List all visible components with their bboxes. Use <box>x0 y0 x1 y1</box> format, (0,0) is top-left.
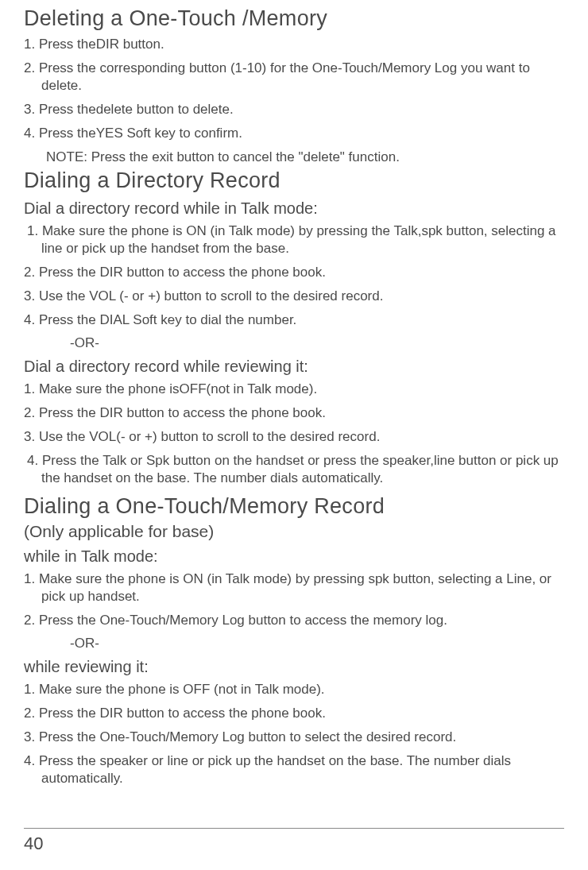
step: 2. Press the corresponding button (1-10)… <box>24 60 564 95</box>
step: 3. Press the One-Touch/Memory Log button… <box>24 729 564 746</box>
step: 4. Press the Talk or Spk button on the h… <box>24 452 564 487</box>
subsection-title: while in Talk mode: <box>24 547 564 566</box>
step: 3. Use the VOL (- or +) button to scroll… <box>24 288 564 305</box>
subsection-title: Dial a directory record while in Talk mo… <box>24 199 564 218</box>
step: 1. Make sure the phone isOFF(not in Talk… <box>24 381 564 398</box>
or-separator: -OR- <box>70 636 564 652</box>
page-number: 40 <box>24 833 564 854</box>
step: 2. Press the DIR button to access the ph… <box>24 264 564 281</box>
step: 1. Press theDIR button. <box>24 36 564 53</box>
step: 4. Press theYES Soft key to confirm. <box>24 125 564 142</box>
heading-deleting: Deleting a One-Touch /Memory <box>24 6 564 31</box>
note-text: NOTE: Press the exit button to cancel th… <box>46 149 564 166</box>
step: 4. Press the speaker or line or pick up … <box>24 752 564 787</box>
subheading-base-only: (Only applicable for base) <box>24 522 564 541</box>
step: 3. Use the VOL(- or +) button to scroll … <box>24 428 564 446</box>
step: 3. Press thedelete button to delete. <box>24 101 564 118</box>
section-deleting: Deleting a One-Touch /Memory 1. Press th… <box>24 6 564 167</box>
footer-divider <box>24 828 564 829</box>
section-dialing-onetouch: Dialing a One-Touch/Memory Record (Only … <box>24 494 564 788</box>
section-dialing-directory: Dialing a Directory Record Dial a direct… <box>24 168 564 488</box>
step: 2. Press the DIR button to access the ph… <box>24 705 564 722</box>
heading-dialing-onetouch: Dialing a One-Touch/Memory Record <box>24 494 564 519</box>
or-separator: -OR- <box>70 335 564 351</box>
step: 4. Press the DIAL Soft key to dial the n… <box>24 311 564 329</box>
step: 1. Make sure the phone is ON (in Talk mo… <box>24 222 564 257</box>
subsection-title: while reviewing it: <box>24 658 564 676</box>
step: 2. Press the DIR button to access the ph… <box>24 404 564 422</box>
step: 2. Press the One-Touch/Memory Log button… <box>24 612 564 629</box>
step: 1. Make sure the phone is ON (in Talk mo… <box>24 570 564 605</box>
page-footer: 40 <box>24 828 564 854</box>
subsection-title: Dial a directory record while reviewing … <box>24 358 564 376</box>
heading-dialing-directory: Dialing a Directory Record <box>24 168 564 193</box>
step: 1. Make sure the phone is OFF (not in Ta… <box>24 681 564 698</box>
